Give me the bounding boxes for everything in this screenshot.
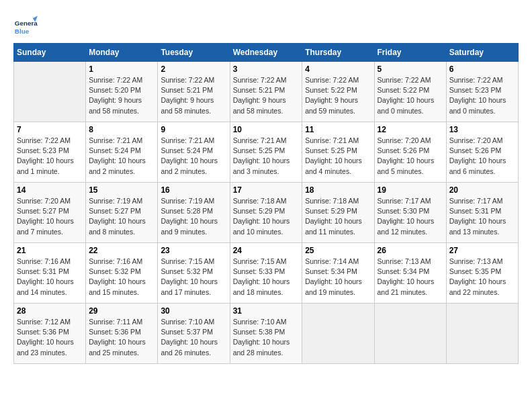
day-number: 19	[378, 185, 443, 195]
day-info: Sunrise: 7:21 AMSunset: 5:24 PMDaylight:…	[161, 136, 226, 177]
day-info: Sunrise: 7:22 AMSunset: 5:20 PMDaylight:…	[89, 75, 154, 116]
day-info: Sunrise: 7:21 AMSunset: 5:24 PMDaylight:…	[89, 136, 154, 177]
day-info: Sunrise: 7:16 AMSunset: 5:32 PMDaylight:…	[89, 257, 154, 298]
day-number: 17	[233, 185, 300, 195]
calendar-week-5: 28Sunrise: 7:12 AMSunset: 5:36 PMDayligh…	[14, 304, 519, 364]
day-number: 30	[161, 306, 226, 316]
calendar-cell: 28Sunrise: 7:12 AMSunset: 5:36 PMDayligh…	[14, 304, 86, 364]
column-header-thursday: Thursday	[302, 44, 374, 62]
svg-text:General: General	[15, 19, 38, 27]
day-number: 22	[89, 246, 154, 255]
column-header-wednesday: Wednesday	[230, 44, 302, 62]
column-header-saturday: Saturday	[446, 44, 518, 62]
calendar-cell: 31Sunrise: 7:10 AMSunset: 5:38 PMDayligh…	[230, 304, 302, 364]
calendar-cell: 25Sunrise: 7:14 AMSunset: 5:34 PMDayligh…	[302, 243, 374, 304]
page-header: General Blue	[13, 13, 519, 38]
calendar-cell: 30Sunrise: 7:10 AMSunset: 5:37 PMDayligh…	[158, 304, 230, 364]
calendar-cell: 23Sunrise: 7:15 AMSunset: 5:32 PMDayligh…	[158, 243, 230, 304]
day-number: 11	[305, 125, 371, 134]
day-info: Sunrise: 7:17 AMSunset: 5:31 PMDaylight:…	[449, 196, 515, 237]
calendar-table: SundayMondayTuesdayWednesdayThursdayFrid…	[13, 43, 519, 364]
calendar-cell: 21Sunrise: 7:16 AMSunset: 5:31 PMDayligh…	[14, 243, 86, 304]
day-number: 26	[378, 246, 443, 255]
day-number: 6	[449, 64, 515, 74]
day-info: Sunrise: 7:17 AMSunset: 5:30 PMDaylight:…	[378, 196, 443, 237]
column-header-sunday: Sunday	[14, 44, 86, 62]
day-number: 2	[161, 64, 226, 74]
calendar-cell: 7Sunrise: 7:22 AMSunset: 5:23 PMDaylight…	[14, 122, 86, 183]
calendar-cell: 12Sunrise: 7:20 AMSunset: 5:26 PMDayligh…	[374, 122, 446, 183]
calendar-cell: 8Sunrise: 7:21 AMSunset: 5:24 PMDaylight…	[86, 122, 158, 183]
calendar-header: SundayMondayTuesdayWednesdayThursdayFrid…	[14, 44, 519, 62]
calendar-cell: 6Sunrise: 7:22 AMSunset: 5:23 PMDaylight…	[446, 62, 518, 122]
day-number: 10	[233, 125, 300, 134]
logo-icon: General Blue	[13, 13, 38, 38]
day-number: 25	[305, 246, 371, 255]
day-info: Sunrise: 7:13 AMSunset: 5:35 PMDaylight:…	[449, 257, 515, 298]
day-info: Sunrise: 7:14 AMSunset: 5:34 PMDaylight:…	[305, 257, 371, 298]
day-info: Sunrise: 7:22 AMSunset: 5:23 PMDaylight:…	[449, 75, 515, 116]
day-number: 3	[233, 64, 300, 74]
day-info: Sunrise: 7:13 AMSunset: 5:34 PMDaylight:…	[378, 257, 443, 298]
day-info: Sunrise: 7:22 AMSunset: 5:21 PMDaylight:…	[233, 75, 300, 116]
calendar-cell: 18Sunrise: 7:18 AMSunset: 5:29 PMDayligh…	[302, 183, 374, 243]
day-number: 21	[17, 246, 83, 255]
calendar-cell	[14, 62, 86, 122]
calendar-cell: 19Sunrise: 7:17 AMSunset: 5:30 PMDayligh…	[374, 183, 446, 243]
day-info: Sunrise: 7:19 AMSunset: 5:27 PMDaylight:…	[89, 196, 154, 237]
column-header-friday: Friday	[374, 44, 446, 62]
day-number: 16	[161, 185, 226, 195]
day-number: 7	[17, 125, 83, 134]
day-info: Sunrise: 7:20 AMSunset: 5:26 PMDaylight:…	[449, 136, 515, 177]
calendar-cell: 5Sunrise: 7:22 AMSunset: 5:22 PMDaylight…	[374, 62, 446, 122]
day-info: Sunrise: 7:20 AMSunset: 5:27 PMDaylight:…	[17, 196, 83, 237]
column-header-monday: Monday	[86, 44, 158, 62]
day-number: 24	[233, 246, 300, 255]
day-info: Sunrise: 7:19 AMSunset: 5:28 PMDaylight:…	[161, 196, 226, 237]
day-number: 20	[449, 185, 515, 195]
day-info: Sunrise: 7:12 AMSunset: 5:36 PMDaylight:…	[17, 317, 83, 358]
calendar-cell: 10Sunrise: 7:21 AMSunset: 5:25 PMDayligh…	[230, 122, 302, 183]
day-info: Sunrise: 7:22 AMSunset: 5:22 PMDaylight:…	[378, 75, 443, 116]
day-number: 18	[305, 185, 371, 195]
day-number: 9	[161, 125, 226, 134]
day-number: 14	[17, 185, 83, 195]
day-number: 1	[89, 64, 154, 74]
calendar-week-1: 1Sunrise: 7:22 AMSunset: 5:20 PMDaylight…	[14, 62, 519, 122]
column-header-tuesday: Tuesday	[158, 44, 230, 62]
day-number: 23	[161, 246, 226, 255]
day-info: Sunrise: 7:21 AMSunset: 5:25 PMDaylight:…	[305, 136, 371, 177]
day-info: Sunrise: 7:18 AMSunset: 5:29 PMDaylight:…	[305, 196, 371, 237]
day-info: Sunrise: 7:15 AMSunset: 5:32 PMDaylight:…	[161, 257, 226, 298]
calendar-cell: 22Sunrise: 7:16 AMSunset: 5:32 PMDayligh…	[86, 243, 158, 304]
day-number: 12	[378, 125, 443, 134]
day-number: 28	[17, 306, 83, 316]
calendar-cell: 1Sunrise: 7:22 AMSunset: 5:20 PMDaylight…	[86, 62, 158, 122]
day-info: Sunrise: 7:11 AMSunset: 5:36 PMDaylight:…	[89, 317, 154, 358]
calendar-cell: 17Sunrise: 7:18 AMSunset: 5:29 PMDayligh…	[230, 183, 302, 243]
logo: General Blue	[13, 13, 40, 38]
calendar-cell: 14Sunrise: 7:20 AMSunset: 5:27 PMDayligh…	[14, 183, 86, 243]
svg-text:Blue: Blue	[15, 28, 30, 35]
calendar-cell: 20Sunrise: 7:17 AMSunset: 5:31 PMDayligh…	[446, 183, 518, 243]
day-info: Sunrise: 7:20 AMSunset: 5:26 PMDaylight:…	[378, 136, 443, 177]
calendar-cell: 4Sunrise: 7:22 AMSunset: 5:22 PMDaylight…	[302, 62, 374, 122]
day-info: Sunrise: 7:10 AMSunset: 5:37 PMDaylight:…	[161, 317, 226, 358]
day-number: 8	[89, 125, 154, 134]
calendar-cell: 9Sunrise: 7:21 AMSunset: 5:24 PMDaylight…	[158, 122, 230, 183]
calendar-cell: 11Sunrise: 7:21 AMSunset: 5:25 PMDayligh…	[302, 122, 374, 183]
day-number: 27	[449, 246, 515, 255]
calendar-cell: 24Sunrise: 7:15 AMSunset: 5:33 PMDayligh…	[230, 243, 302, 304]
calendar-week-4: 21Sunrise: 7:16 AMSunset: 5:31 PMDayligh…	[14, 243, 519, 304]
calendar-cell: 2Sunrise: 7:22 AMSunset: 5:21 PMDaylight…	[158, 62, 230, 122]
day-info: Sunrise: 7:16 AMSunset: 5:31 PMDaylight:…	[17, 257, 83, 298]
day-number: 4	[305, 64, 371, 74]
day-number: 5	[378, 64, 443, 74]
day-info: Sunrise: 7:15 AMSunset: 5:33 PMDaylight:…	[233, 257, 300, 298]
day-number: 15	[89, 185, 154, 195]
calendar-cell: 27Sunrise: 7:13 AMSunset: 5:35 PMDayligh…	[446, 243, 518, 304]
day-info: Sunrise: 7:22 AMSunset: 5:21 PMDaylight:…	[161, 75, 226, 116]
calendar-week-3: 14Sunrise: 7:20 AMSunset: 5:27 PMDayligh…	[14, 183, 519, 243]
calendar-cell: 3Sunrise: 7:22 AMSunset: 5:21 PMDaylight…	[230, 62, 302, 122]
day-info: Sunrise: 7:21 AMSunset: 5:25 PMDaylight:…	[233, 136, 300, 177]
